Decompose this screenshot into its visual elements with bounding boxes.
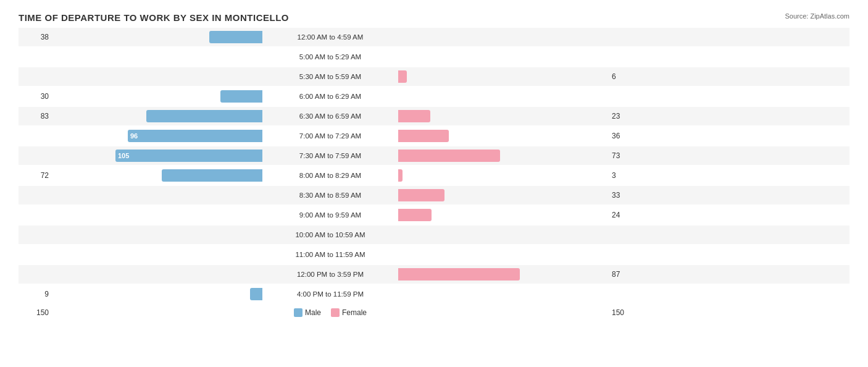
bar-male (146, 110, 262, 122)
chart-row: 306:00 AM to 6:29 AM (19, 87, 849, 106)
bar-right-container (398, 130, 608, 142)
left-value: 38 (19, 33, 52, 41)
time-label: 9:00 AM to 9:59 AM (262, 211, 398, 219)
left-value: 72 (19, 171, 52, 180)
axis-right-value: 150 (608, 308, 642, 317)
right-value: 3 (608, 171, 642, 180)
time-label: 10:00 AM to 10:59 AM (262, 231, 398, 238)
chart-container: TIME OF DEPARTURE TO WORK BY SEX IN MONT… (0, 0, 868, 367)
right-value: 23 (608, 112, 642, 120)
time-label: 4:00 PM to 11:59 PM (262, 290, 398, 298)
bar-male (209, 31, 262, 43)
time-label: 5:00 AM to 5:29 AM (262, 53, 398, 61)
right-value: 36 (608, 132, 642, 140)
axis-row: 150 Male Female 150 (19, 308, 849, 317)
bar-female (398, 209, 432, 221)
time-label: 7:00 AM to 7:29 AM (262, 132, 398, 140)
bar-right-container (398, 150, 608, 162)
legend-male-box (294, 308, 303, 317)
right-value: 24 (608, 211, 642, 219)
right-value: 73 (608, 151, 642, 160)
bar-male (162, 169, 262, 182)
chart-row: 836:30 AM to 6:59 AM23 (19, 107, 849, 125)
bar-female (398, 150, 500, 162)
bar-right-container (398, 169, 608, 182)
chart-row: 5:00 AM to 5:29 AM (19, 48, 849, 66)
legend-female-box (331, 308, 340, 317)
bar-left-container: 96 (52, 130, 262, 142)
bar-male (250, 288, 262, 300)
chart-row: 3812:00 AM to 4:59 AM (19, 28, 849, 46)
time-label: 12:00 PM to 3:59 PM (262, 271, 398, 278)
bar-left-container (52, 110, 262, 122)
chart-row: 728:00 AM to 8:29 AM3 (19, 166, 849, 185)
chart-row: 5:30 AM to 5:59 AM6 (19, 67, 849, 86)
bar-left-container (52, 169, 262, 182)
time-label: 5:30 AM to 5:59 AM (262, 73, 398, 80)
bar-male: 96 (128, 130, 262, 142)
legend-female-label: Female (342, 308, 367, 317)
bar-left-container (52, 288, 262, 300)
time-label: 6:30 AM to 6:59 AM (262, 112, 398, 120)
time-label: 12:00 AM to 4:59 AM (262, 33, 398, 41)
chart-row: 9:00 AM to 9:59 AM24 (19, 206, 849, 224)
chart-row: 967:00 AM to 7:29 AM36 (19, 127, 849, 145)
bar-male: 105 (115, 150, 262, 162)
bar-right-container (398, 70, 608, 83)
right-value: 6 (608, 72, 642, 81)
bar-left-container (52, 90, 262, 103)
time-label: 8:30 AM to 8:59 AM (262, 192, 398, 199)
chart-row: 10:00 AM to 10:59 AM (19, 226, 849, 244)
axis-left-value: 150 (19, 308, 52, 317)
bar-female (398, 130, 449, 142)
bar-male (220, 90, 262, 103)
bar-left-container: 105 (52, 150, 262, 162)
right-value: 87 (608, 270, 642, 279)
chart-row: 1057:30 AM to 7:59 AM73 (19, 146, 849, 165)
time-label: 8:00 AM to 8:29 AM (262, 172, 398, 179)
time-label: 7:30 AM to 7:59 AM (262, 152, 398, 159)
chart-row: 12:00 PM to 3:59 PM87 (19, 265, 849, 284)
bar-female (398, 110, 430, 122)
left-value: 9 (19, 290, 52, 298)
bar-right-container (398, 209, 608, 221)
legend-male: Male (294, 308, 321, 317)
chart-title: TIME OF DEPARTURE TO WORK BY SEX IN MONT… (19, 12, 849, 23)
right-value: 33 (608, 191, 642, 200)
chart-row: 94:00 PM to 11:59 PM (19, 285, 849, 303)
left-value: 30 (19, 92, 52, 101)
bar-left-container (52, 31, 262, 43)
time-label: 11:00 AM to 11:59 AM (262, 251, 398, 258)
chart-row: 8:30 AM to 8:59 AM33 (19, 186, 849, 205)
left-value: 83 (19, 112, 52, 120)
bar-female (398, 268, 520, 281)
bar-female (398, 189, 444, 201)
legend: Male Female (262, 308, 398, 317)
chart-area: 3812:00 AM to 4:59 AM5:00 AM to 5:29 AM5… (19, 28, 849, 303)
time-label: 6:00 AM to 6:29 AM (262, 93, 398, 100)
bar-right-container (398, 189, 608, 201)
bar-right-container (398, 268, 608, 281)
legend-male-label: Male (305, 308, 321, 317)
bar-female (398, 70, 407, 83)
legend-female: Female (331, 308, 367, 317)
bar-right-container (398, 110, 608, 122)
bar-female (398, 169, 403, 182)
chart-row: 11:00 AM to 11:59 AM (19, 245, 849, 264)
source-label: Source: ZipAtlas.com (785, 12, 849, 20)
